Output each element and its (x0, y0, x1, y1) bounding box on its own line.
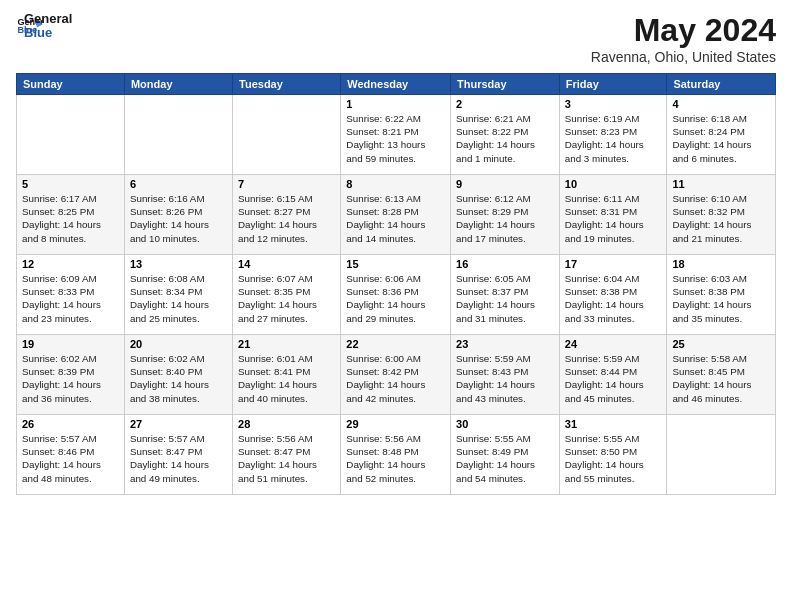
day-info: Sunrise: 5:55 AMSunset: 8:50 PMDaylight:… (565, 432, 662, 485)
day-number: 15 (346, 258, 445, 270)
day-number: 5 (22, 178, 119, 190)
calendar-cell: 21Sunrise: 6:01 AMSunset: 8:41 PMDayligh… (233, 335, 341, 415)
calendar-cell: 8Sunrise: 6:13 AMSunset: 8:28 PMDaylight… (341, 175, 451, 255)
col-sunday: Sunday (17, 74, 125, 95)
day-info: Sunrise: 6:03 AMSunset: 8:38 PMDaylight:… (672, 272, 770, 325)
calendar-cell: 9Sunrise: 6:12 AMSunset: 8:29 PMDaylight… (451, 175, 560, 255)
day-number: 26 (22, 418, 119, 430)
day-info: Sunrise: 6:01 AMSunset: 8:41 PMDaylight:… (238, 352, 335, 405)
calendar-week-2: 5Sunrise: 6:17 AMSunset: 8:25 PMDaylight… (17, 175, 776, 255)
calendar-cell: 17Sunrise: 6:04 AMSunset: 8:38 PMDayligh… (559, 255, 667, 335)
title-block: May 2024 Ravenna, Ohio, United States (591, 12, 776, 65)
day-info: Sunrise: 5:57 AMSunset: 8:47 PMDaylight:… (130, 432, 227, 485)
day-number: 13 (130, 258, 227, 270)
day-info: Sunrise: 6:19 AMSunset: 8:23 PMDaylight:… (565, 112, 662, 165)
day-info: Sunrise: 6:07 AMSunset: 8:35 PMDaylight:… (238, 272, 335, 325)
calendar-cell: 14Sunrise: 6:07 AMSunset: 8:35 PMDayligh… (233, 255, 341, 335)
header: General Blue General Blue May 2024 Raven… (16, 12, 776, 65)
day-number: 23 (456, 338, 554, 350)
calendar-cell: 24Sunrise: 5:59 AMSunset: 8:44 PMDayligh… (559, 335, 667, 415)
day-number: 18 (672, 258, 770, 270)
calendar-cell: 19Sunrise: 6:02 AMSunset: 8:39 PMDayligh… (17, 335, 125, 415)
day-number: 30 (456, 418, 554, 430)
day-info: Sunrise: 6:04 AMSunset: 8:38 PMDaylight:… (565, 272, 662, 325)
calendar-title: May 2024 (591, 12, 776, 49)
day-info: Sunrise: 5:57 AMSunset: 8:46 PMDaylight:… (22, 432, 119, 485)
day-number: 16 (456, 258, 554, 270)
day-number: 4 (672, 98, 770, 110)
calendar-cell: 26Sunrise: 5:57 AMSunset: 8:46 PMDayligh… (17, 415, 125, 495)
day-info: Sunrise: 6:02 AMSunset: 8:39 PMDaylight:… (22, 352, 119, 405)
day-number: 12 (22, 258, 119, 270)
calendar-cell: 20Sunrise: 6:02 AMSunset: 8:40 PMDayligh… (124, 335, 232, 415)
day-info: Sunrise: 6:06 AMSunset: 8:36 PMDaylight:… (346, 272, 445, 325)
calendar-cell: 27Sunrise: 5:57 AMSunset: 8:47 PMDayligh… (124, 415, 232, 495)
calendar-cell: 15Sunrise: 6:06 AMSunset: 8:36 PMDayligh… (341, 255, 451, 335)
col-monday: Monday (124, 74, 232, 95)
calendar-header-row: Sunday Monday Tuesday Wednesday Thursday… (17, 74, 776, 95)
calendar-cell: 7Sunrise: 6:15 AMSunset: 8:27 PMDaylight… (233, 175, 341, 255)
day-info: Sunrise: 6:16 AMSunset: 8:26 PMDaylight:… (130, 192, 227, 245)
calendar-subtitle: Ravenna, Ohio, United States (591, 49, 776, 65)
calendar-cell: 16Sunrise: 6:05 AMSunset: 8:37 PMDayligh… (451, 255, 560, 335)
day-number: 8 (346, 178, 445, 190)
day-number: 29 (346, 418, 445, 430)
logo-line2: Blue (24, 26, 72, 40)
day-info: Sunrise: 5:59 AMSunset: 8:43 PMDaylight:… (456, 352, 554, 405)
day-number: 19 (22, 338, 119, 350)
day-info: Sunrise: 6:17 AMSunset: 8:25 PMDaylight:… (22, 192, 119, 245)
day-number: 2 (456, 98, 554, 110)
calendar-cell: 11Sunrise: 6:10 AMSunset: 8:32 PMDayligh… (667, 175, 776, 255)
day-number: 11 (672, 178, 770, 190)
day-info: Sunrise: 6:12 AMSunset: 8:29 PMDaylight:… (456, 192, 554, 245)
calendar-cell: 31Sunrise: 5:55 AMSunset: 8:50 PMDayligh… (559, 415, 667, 495)
day-info: Sunrise: 6:00 AMSunset: 8:42 PMDaylight:… (346, 352, 445, 405)
calendar-cell: 5Sunrise: 6:17 AMSunset: 8:25 PMDaylight… (17, 175, 125, 255)
calendar-week-4: 19Sunrise: 6:02 AMSunset: 8:39 PMDayligh… (17, 335, 776, 415)
day-number: 27 (130, 418, 227, 430)
col-friday: Friday (559, 74, 667, 95)
day-info: Sunrise: 6:08 AMSunset: 8:34 PMDaylight:… (130, 272, 227, 325)
day-info: Sunrise: 6:10 AMSunset: 8:32 PMDaylight:… (672, 192, 770, 245)
calendar-cell: 3Sunrise: 6:19 AMSunset: 8:23 PMDaylight… (559, 95, 667, 175)
day-number: 22 (346, 338, 445, 350)
day-number: 20 (130, 338, 227, 350)
calendar-week-3: 12Sunrise: 6:09 AMSunset: 8:33 PMDayligh… (17, 255, 776, 335)
day-info: Sunrise: 5:59 AMSunset: 8:44 PMDaylight:… (565, 352, 662, 405)
day-info: Sunrise: 5:58 AMSunset: 8:45 PMDaylight:… (672, 352, 770, 405)
day-info: Sunrise: 6:13 AMSunset: 8:28 PMDaylight:… (346, 192, 445, 245)
calendar-cell (124, 95, 232, 175)
calendar-cell: 4Sunrise: 6:18 AMSunset: 8:24 PMDaylight… (667, 95, 776, 175)
day-number: 3 (565, 98, 662, 110)
logo: General Blue General Blue (16, 12, 72, 41)
day-info: Sunrise: 6:21 AMSunset: 8:22 PMDaylight:… (456, 112, 554, 165)
calendar-cell: 1Sunrise: 6:22 AMSunset: 8:21 PMDaylight… (341, 95, 451, 175)
calendar-cell: 25Sunrise: 5:58 AMSunset: 8:45 PMDayligh… (667, 335, 776, 415)
day-info: Sunrise: 6:15 AMSunset: 8:27 PMDaylight:… (238, 192, 335, 245)
day-info: Sunrise: 6:02 AMSunset: 8:40 PMDaylight:… (130, 352, 227, 405)
day-number: 9 (456, 178, 554, 190)
logo-line1: General (24, 12, 72, 26)
col-tuesday: Tuesday (233, 74, 341, 95)
calendar-cell (17, 95, 125, 175)
calendar-cell (667, 415, 776, 495)
calendar-cell: 22Sunrise: 6:00 AMSunset: 8:42 PMDayligh… (341, 335, 451, 415)
calendar-cell (233, 95, 341, 175)
calendar-cell: 29Sunrise: 5:56 AMSunset: 8:48 PMDayligh… (341, 415, 451, 495)
day-number: 10 (565, 178, 662, 190)
day-info: Sunrise: 5:56 AMSunset: 8:48 PMDaylight:… (346, 432, 445, 485)
day-info: Sunrise: 5:56 AMSunset: 8:47 PMDaylight:… (238, 432, 335, 485)
day-number: 25 (672, 338, 770, 350)
day-info: Sunrise: 6:22 AMSunset: 8:21 PMDaylight:… (346, 112, 445, 165)
calendar-cell: 6Sunrise: 6:16 AMSunset: 8:26 PMDaylight… (124, 175, 232, 255)
calendar-cell: 10Sunrise: 6:11 AMSunset: 8:31 PMDayligh… (559, 175, 667, 255)
calendar-cell: 13Sunrise: 6:08 AMSunset: 8:34 PMDayligh… (124, 255, 232, 335)
col-thursday: Thursday (451, 74, 560, 95)
day-info: Sunrise: 6:11 AMSunset: 8:31 PMDaylight:… (565, 192, 662, 245)
calendar-cell: 18Sunrise: 6:03 AMSunset: 8:38 PMDayligh… (667, 255, 776, 335)
calendar-week-5: 26Sunrise: 5:57 AMSunset: 8:46 PMDayligh… (17, 415, 776, 495)
calendar-cell: 2Sunrise: 6:21 AMSunset: 8:22 PMDaylight… (451, 95, 560, 175)
day-number: 7 (238, 178, 335, 190)
day-info: Sunrise: 6:18 AMSunset: 8:24 PMDaylight:… (672, 112, 770, 165)
calendar-cell: 12Sunrise: 6:09 AMSunset: 8:33 PMDayligh… (17, 255, 125, 335)
